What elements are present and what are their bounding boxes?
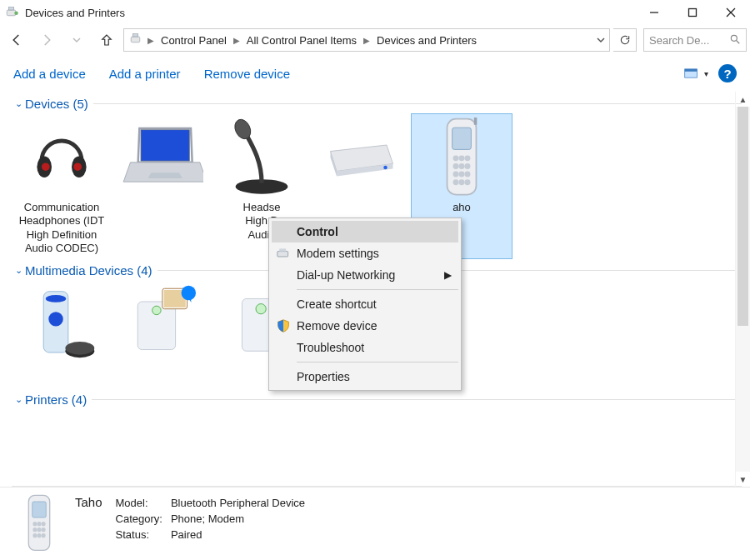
svg-rect-56 xyxy=(278,252,288,257)
scroll-down-icon[interactable]: ▼ xyxy=(736,472,750,487)
add-device-button[interactable]: Add a device xyxy=(13,67,86,81)
svg-rect-12 xyxy=(685,69,698,72)
scroll-track[interactable] xyxy=(736,107,750,472)
chevron-right-icon[interactable]: ▶ xyxy=(363,36,370,45)
svg-point-34 xyxy=(464,163,470,169)
details-key: Category: xyxy=(116,512,162,525)
chevron-right-icon[interactable]: ▶ xyxy=(148,36,154,45)
menu-item-troubleshoot[interactable]: Troubleshoot xyxy=(272,337,458,358)
minimize-button[interactable] xyxy=(635,0,673,25)
group-label: Printers xyxy=(25,392,68,407)
device-item[interactable]: Communication Headphones (IDT High Defin… xyxy=(12,114,112,258)
vertical-scrollbar[interactable]: ▲ ▼ xyxy=(735,92,750,487)
scroll-thumb[interactable] xyxy=(738,107,748,326)
device-item[interactable] xyxy=(112,114,212,258)
scroll-up-icon[interactable]: ▲ xyxy=(736,92,750,107)
svg-point-62 xyxy=(42,522,46,526)
svg-point-60 xyxy=(32,522,37,526)
remove-device-button[interactable]: Remove device xyxy=(204,67,290,81)
group-header-printers[interactable]: ⌄ Printers (4) xyxy=(12,388,742,410)
search-input[interactable]: Search De... xyxy=(643,28,747,52)
shield-icon xyxy=(276,318,291,333)
svg-point-36 xyxy=(459,172,465,178)
svg-rect-59 xyxy=(32,502,47,518)
svg-point-66 xyxy=(32,533,37,538)
media-tower-icon xyxy=(16,284,108,364)
menu-item-modem-settings[interactable]: Modem settings xyxy=(272,242,458,264)
close-button[interactable] xyxy=(712,0,750,25)
headphones-icon xyxy=(16,118,108,198)
svg-point-44 xyxy=(48,312,62,326)
svg-rect-8 xyxy=(133,33,138,37)
chevron-down-icon: ▾ xyxy=(704,69,708,78)
window-title: Devices and Printers xyxy=(25,7,125,19)
address-dropdown-icon[interactable] xyxy=(592,36,609,44)
up-button[interactable] xyxy=(93,27,120,53)
menu-item-create-shortcut[interactable]: Create shortcut xyxy=(272,293,458,315)
laptop-icon xyxy=(116,118,208,198)
menu-item-control[interactable]: Control xyxy=(272,221,458,242)
forward-button[interactable] xyxy=(33,27,60,53)
svg-line-10 xyxy=(737,40,740,43)
svg-point-32 xyxy=(453,163,459,169)
menu-item-dialup-networking[interactable]: Dial-up Networking▶ xyxy=(272,264,458,286)
back-button[interactable] xyxy=(3,27,30,53)
svg-marker-19 xyxy=(123,162,203,182)
breadcrumb[interactable]: Devices and Printers xyxy=(373,32,480,48)
refresh-button[interactable] xyxy=(613,28,637,52)
svg-rect-7 xyxy=(131,37,140,42)
maximize-button[interactable] xyxy=(673,0,712,25)
media-server-icon xyxy=(116,284,208,364)
svg-point-38 xyxy=(453,179,459,185)
breadcrumb[interactable]: Control Panel xyxy=(158,32,230,48)
chevron-down-icon: ⌄ xyxy=(12,265,25,276)
group-count: (4) xyxy=(137,263,152,278)
chevron-right-icon[interactable]: ▶ xyxy=(233,36,240,45)
group-count: (4) xyxy=(72,392,87,407)
group-label: Devices xyxy=(25,97,69,111)
recent-dropdown-icon[interactable] xyxy=(63,27,90,53)
device-label: Communication Headphones (IDT High Defin… xyxy=(15,201,108,255)
group-header-devices[interactable]: ⌄ Devices (5) xyxy=(12,92,742,114)
add-printer-button[interactable]: Add a printer xyxy=(109,67,181,81)
svg-point-40 xyxy=(464,179,470,185)
svg-point-67 xyxy=(37,533,41,538)
command-bar: Add a device Add a printer Remove device… xyxy=(0,55,750,92)
app-icon xyxy=(5,7,20,18)
svg-point-35 xyxy=(453,172,459,178)
details-value: Paired xyxy=(171,528,305,541)
svg-point-65 xyxy=(42,528,46,532)
group-label: Multimedia Devices xyxy=(25,263,133,278)
help-button[interactable]: ? xyxy=(718,64,737,82)
details-thumbnail xyxy=(10,494,68,553)
device-item[interactable] xyxy=(12,281,112,384)
svg-point-37 xyxy=(464,172,470,178)
breadcrumb[interactable]: All Control Panel Items xyxy=(243,32,360,48)
menu-item-remove-device[interactable]: Remove device xyxy=(272,315,458,337)
device-item[interactable] xyxy=(112,281,212,384)
nav-bar: ▶ Control Panel ▶ All Control Panel Item… xyxy=(0,25,750,55)
view-options-button[interactable]: ▾ xyxy=(684,67,708,80)
svg-rect-1 xyxy=(9,7,14,10)
search-icon xyxy=(729,33,741,48)
svg-point-48 xyxy=(152,306,161,314)
modem-icon xyxy=(276,246,291,261)
details-key: Status: xyxy=(116,528,162,541)
mobile-phone-icon xyxy=(416,118,508,198)
chevron-down-icon: ⌄ xyxy=(12,394,25,405)
svg-point-33 xyxy=(459,163,465,169)
chevron-down-icon: ⌄ xyxy=(12,98,25,109)
svg-point-15 xyxy=(42,162,50,171)
menu-item-properties[interactable]: Properties xyxy=(272,366,458,388)
details-value: Phone; Modem xyxy=(171,512,305,525)
svg-marker-20 xyxy=(148,172,182,178)
address-bar[interactable]: ▶ Control Panel ▶ All Control Panel Item… xyxy=(123,28,610,52)
context-menu: Control Modem settings Dial-up Networkin… xyxy=(268,218,462,391)
svg-rect-57 xyxy=(279,248,286,251)
details-key: Model: xyxy=(116,497,162,509)
svg-point-29 xyxy=(453,155,459,161)
svg-rect-4 xyxy=(689,9,697,17)
svg-point-31 xyxy=(464,155,470,161)
svg-rect-41 xyxy=(474,118,477,125)
svg-point-46 xyxy=(65,342,94,355)
